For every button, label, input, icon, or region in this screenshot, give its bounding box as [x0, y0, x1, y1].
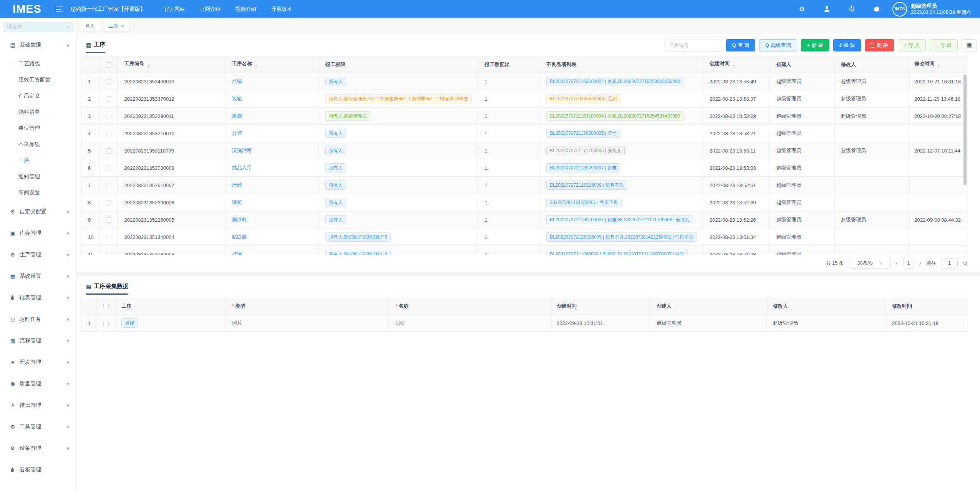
- row-checkbox[interactable]: [106, 79, 111, 85]
- nav-link[interactable]: 开源版本: [271, 6, 292, 13]
- sidebar-item[interactable]: ♙排班管理∨: [0, 395, 76, 416]
- select-all-checkbox[interactable]: [106, 62, 111, 68]
- nav-link[interactable]: 官方网站: [164, 6, 185, 13]
- button-label: 高级查询: [771, 42, 791, 49]
- sidebar-item[interactable]: ılı看板管理: [0, 459, 76, 481]
- sidebar-item[interactable]: ılı报表管理∨: [0, 287, 76, 308]
- sort-icon[interactable]: ▲▼: [732, 64, 735, 69]
- process-name-link[interactable]: 分选: [232, 130, 242, 136]
- tab-process[interactable]: 工序 ×: [103, 21, 129, 31]
- sidebar-subitem[interactable]: 绩效工资配置: [0, 72, 76, 88]
- sidebar-subitem[interactable]: 物料清单: [0, 104, 76, 120]
- sidebar-subitem[interactable]: 车间设置: [0, 185, 76, 201]
- 导出-button[interactable]: ↓导 出: [930, 39, 958, 51]
- sidebar-item[interactable]: ≡开发管理∨: [0, 351, 76, 373]
- row-checkbox[interactable]: [106, 166, 111, 171]
- nav-link[interactable]: 官网介绍: [200, 6, 221, 13]
- sidebar-item[interactable]: ◷定时任务∨: [0, 308, 76, 330]
- search-input[interactable]: [665, 40, 722, 51]
- next-page-button[interactable]: ›: [919, 260, 921, 266]
- column-header-label: 工序编号: [124, 61, 144, 66]
- sidebar-item[interactable]: ▤基础数据∧: [0, 34, 76, 56]
- avatar[interactable]: IMES: [892, 2, 907, 17]
- chevron-down-icon: ∨: [66, 424, 70, 429]
- process-name-link[interactable]: 清砂: [232, 182, 242, 188]
- row-checkbox[interactable]: [106, 217, 111, 223]
- row-checkbox[interactable]: [106, 235, 111, 240]
- row-checkbox[interactable]: [106, 252, 111, 255]
- sidebar-select[interactable]: 请选择 ∨: [3, 22, 74, 32]
- tab-home[interactable]: 首页: [80, 21, 101, 31]
- sidebar-subitem[interactable]: 工艺路线: [0, 56, 76, 72]
- sidebar-subitem[interactable]: 单位管理: [0, 120, 76, 136]
- sidebar-item[interactable]: ▧流程管理∨: [0, 330, 76, 351]
- sort-icon[interactable]: ▲▼: [937, 64, 940, 69]
- row-checkbox[interactable]: [106, 131, 111, 136]
- bell-button[interactable]: [872, 5, 881, 13]
- gear-button[interactable]: ⚙: [798, 5, 806, 13]
- sidebar-item[interactable]: ◉质量管理∨: [0, 373, 76, 395]
- button-label: 导 出: [940, 42, 952, 49]
- process-name-link[interactable]: 涮涂料: [232, 217, 247, 222]
- search-icon: Q: [732, 43, 736, 48]
- process-name-link[interactable]: 点锡: [232, 78, 242, 84]
- user-button[interactable]: [822, 5, 831, 13]
- close-icon[interactable]: ×: [121, 23, 124, 28]
- permission-tag: 所有人: [325, 198, 346, 207]
- row-checkbox[interactable]: [106, 183, 111, 188]
- process-name-link[interactable]: 粘白膜: [232, 234, 247, 240]
- column-header-label: 修改人: [773, 303, 788, 309]
- 高级查询-button[interactable]: Q高级查询: [759, 39, 797, 51]
- goto-page-input[interactable]: [942, 258, 958, 269]
- row-checkbox[interactable]: [103, 321, 109, 326]
- 编辑-button[interactable]: ℓ编 辑: [833, 39, 861, 51]
- process-name-link[interactable]: 装袋: [232, 113, 242, 119]
- sidebar-subitem[interactable]: 工序: [0, 153, 76, 169]
- flow-icon: ▧: [9, 338, 16, 344]
- column-header-label: 修改人: [841, 61, 856, 67]
- process-name-link[interactable]: 成品入库: [232, 165, 252, 171]
- process-name-link[interactable]: 清洗消毒: [232, 148, 252, 153]
- process-name-link[interactable]: 装箱: [232, 96, 242, 101]
- sort-icon[interactable]: ▲▼: [147, 64, 150, 69]
- sidebar-item[interactable]: ⚙设备管理∨: [0, 438, 76, 459]
- sidebar-item[interactable]: ▦系统设置∨: [0, 265, 76, 287]
- 删除-button[interactable]: 删 除: [865, 39, 894, 51]
- sidebar-item[interactable]: ⚙生产管理∨: [0, 244, 76, 265]
- sort-icon[interactable]: ▲▼: [254, 64, 257, 69]
- page-number[interactable]: 1: [903, 258, 914, 269]
- gear-outline-icon: ⚙: [9, 445, 16, 451]
- process-toolbar: Q查 询Q高级查询+新 建ℓ编 辑删 除↑导 入↓导 出 ▦: [665, 39, 977, 51]
- prev-page-button[interactable]: ‹: [896, 260, 898, 266]
- 导入-button[interactable]: ↑导 入: [898, 39, 926, 51]
- row-checkbox[interactable]: [106, 148, 111, 154]
- sidebar-item[interactable]: ⚙自定义配置∨: [0, 201, 76, 222]
- sidebar-item-label: 系统设置: [20, 273, 41, 280]
- collect-table-zone: 工序*类型*名称创建时间创建人修改人修改时间1点锡照片1232022-09-23…: [81, 298, 967, 332]
- sidebar-subitem[interactable]: 通知管理: [0, 169, 76, 185]
- row-checkbox[interactable]: [106, 114, 111, 119]
- box-icon: ▣: [9, 230, 16, 236]
- 新建-button[interactable]: +新 建: [801, 39, 829, 51]
- sidebar-item[interactable]: ▣库存管理∨: [0, 222, 76, 244]
- row-checkbox[interactable]: [106, 96, 111, 102]
- process-tag: 点锡: [121, 318, 138, 328]
- row-checkbox[interactable]: [106, 200, 111, 206]
- hamburger-menu-icon[interactable]: [56, 7, 63, 12]
- column-settings-button[interactable]: ▦: [962, 39, 977, 51]
- chevron-down-icon: ∨: [66, 403, 70, 408]
- sidebar-subitem[interactable]: 产品定义: [0, 88, 76, 104]
- sidebar-subitem[interactable]: 不良品项: [0, 136, 76, 153]
- nav-link[interactable]: 视频介绍: [235, 6, 256, 13]
- select-all-checkbox[interactable]: [103, 304, 109, 309]
- required-asterisk: *: [232, 303, 234, 309]
- process-name-link[interactable]: 打磨: [232, 251, 242, 255]
- permission-tag: 所有人,超级管理员,test123,角色帐号2_1,测试帐号1_1,刘德华,张学…: [325, 94, 472, 103]
- page-size-select[interactable]: 30条/页 ∨: [849, 258, 890, 269]
- user-name: 超级管理员: [911, 3, 971, 10]
- power-button[interactable]: [847, 5, 856, 13]
- process-name-link[interactable]: 浇筑: [232, 199, 242, 205]
- 查询-button[interactable]: Q查 询: [726, 39, 755, 51]
- table-scrollbar[interactable]: [963, 75, 967, 185]
- sidebar-item[interactable]: ⚙工具管理∨: [0, 416, 76, 438]
